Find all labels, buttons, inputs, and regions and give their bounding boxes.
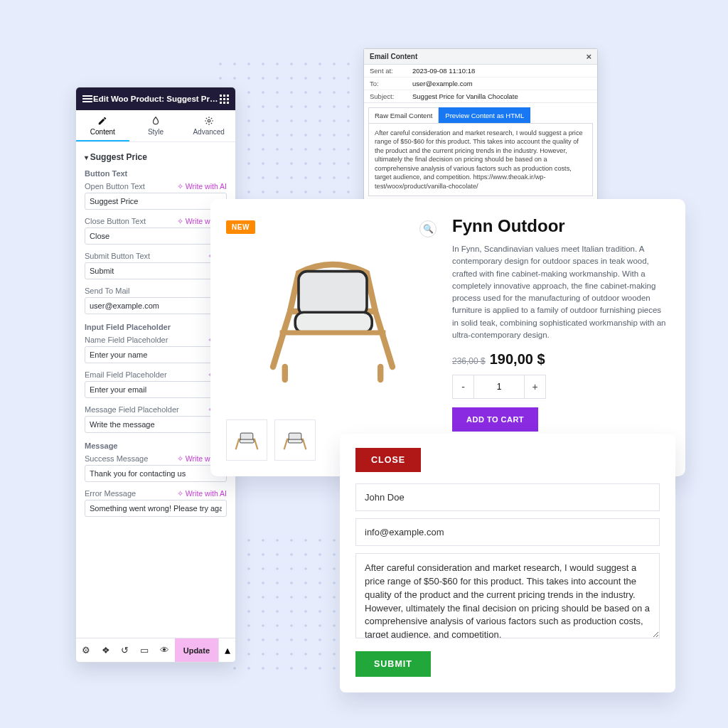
settings-icon[interactable]: ⚙	[82, 645, 90, 655]
input-open-button[interactable]	[85, 193, 227, 210]
layers-icon[interactable]: ❖	[102, 645, 110, 655]
group-message: Message	[85, 441, 227, 450]
quantity-stepper: - +	[452, 375, 546, 399]
label-name-ph: Name Field Placeholder	[85, 336, 203, 344]
price-new: 190,00 $	[490, 351, 545, 368]
svg-rect-6	[240, 433, 253, 440]
input-email-ph[interactable]	[85, 381, 227, 398]
meta-key-sent: Sent at:	[370, 67, 412, 75]
meta-val-to: user@example.com	[412, 80, 592, 87]
input-error[interactable]	[85, 500, 227, 517]
name-field[interactable]	[355, 483, 660, 511]
label-send-to: Send To Mail	[85, 287, 227, 295]
meta-key-subject: Subject:	[370, 92, 412, 100]
tab-raw-email[interactable]: Raw Email Content	[368, 107, 439, 123]
product-title: Fynn Outdoor	[452, 216, 667, 236]
input-message-ph[interactable]	[85, 416, 227, 433]
meta-key-to: To:	[370, 80, 412, 87]
svg-rect-2	[295, 312, 372, 333]
product-thumb[interactable]	[226, 419, 267, 461]
label-submit-button: Submit Button Text	[85, 252, 203, 260]
tab-preview-html[interactable]: Preview Content as HTML	[439, 107, 530, 123]
meta-val-sent: 2023-09-08 11:10:18	[412, 67, 592, 75]
label-close-button: Close Button Text	[85, 217, 173, 225]
label-success: Success Message	[85, 454, 173, 463]
svg-rect-1	[299, 272, 367, 316]
suggest-price-form: CLOSE SUBMIT	[340, 434, 675, 692]
editor-footer: ⚙ ❖ ↺ ▭ 👁 Update ▴	[76, 638, 235, 662]
hamburger-icon[interactable]	[82, 93, 93, 105]
svg-rect-7	[240, 439, 254, 443]
input-submit-button[interactable]	[85, 262, 227, 279]
submit-button[interactable]: SUBMIT	[355, 651, 431, 677]
qty-increase[interactable]: +	[524, 375, 545, 398]
write-with-ai-link[interactable]: Write with AI	[177, 182, 227, 191]
svg-rect-8	[289, 433, 301, 440]
price-old: 236,00 $	[452, 356, 486, 366]
input-name-ph[interactable]	[85, 346, 227, 363]
svg-rect-9	[288, 439, 302, 443]
product-thumb[interactable]	[274, 419, 316, 461]
tab-advanced[interactable]: Advanced	[182, 110, 235, 141]
add-to-cart-button[interactable]: ADD TO CART	[452, 407, 538, 432]
product-description: In Fynn, Scandinavian values meet Italia…	[452, 243, 667, 341]
zoom-icon[interactable]: 🔍	[419, 220, 437, 237]
editor-header: Edit Woo Product: Suggest Price	[76, 87, 235, 110]
email-content-panel: Email Content × Sent at:2023-09-08 11:10…	[363, 48, 598, 203]
close-button[interactable]: CLOSE	[355, 448, 421, 472]
email-title: Email Content	[370, 53, 417, 60]
qty-decrease[interactable]: -	[453, 375, 474, 398]
group-button-text: Button Text	[85, 169, 227, 178]
tab-content[interactable]: Content	[76, 110, 129, 141]
close-icon[interactable]: ×	[586, 52, 592, 61]
tab-style[interactable]: Style	[129, 110, 183, 141]
meta-val-subject: Suggest Price for Vanilla Chocolate	[412, 92, 592, 100]
email-field[interactable]	[355, 518, 660, 546]
gear-icon	[204, 116, 214, 126]
responsive-icon[interactable]: ▭	[140, 645, 149, 655]
label-message-ph: Message Field Placeholder	[85, 405, 203, 414]
update-caret[interactable]: ▴	[218, 638, 235, 662]
svg-point-0	[208, 119, 210, 122]
group-placeholder: Input Field Placeholder	[85, 323, 227, 331]
input-close-button[interactable]	[85, 228, 227, 245]
label-email-ph: Email Field Placeholder	[85, 370, 203, 379]
product-media: NEW 🔍	[226, 216, 439, 464]
message-field[interactable]	[355, 553, 660, 638]
section-title[interactable]: Suggest Price	[85, 152, 227, 162]
editor-title: Edit Woo Product: Suggest Price	[93, 95, 218, 103]
pencil-icon	[97, 116, 107, 126]
input-success[interactable]	[85, 465, 227, 482]
product-image[interactable]	[226, 216, 439, 415]
update-button[interactable]: Update	[175, 638, 218, 662]
history-icon[interactable]: ↺	[121, 645, 129, 655]
label-open-button: Open Button Text	[85, 182, 173, 191]
droplet-icon	[151, 116, 161, 126]
email-body: After careful consideration and market r…	[368, 123, 593, 196]
preview-icon[interactable]: 👁	[160, 645, 169, 655]
editor-tabs: Content Style Advanced	[76, 110, 235, 142]
apps-icon[interactable]	[218, 93, 230, 105]
chair-icon	[247, 230, 418, 401]
write-with-ai-link[interactable]: Write with AI	[177, 489, 227, 498]
label-error: Error Message	[85, 489, 173, 498]
input-send-to[interactable]	[85, 297, 227, 314]
qty-input[interactable]	[474, 375, 524, 398]
badge-new: NEW	[226, 220, 255, 234]
